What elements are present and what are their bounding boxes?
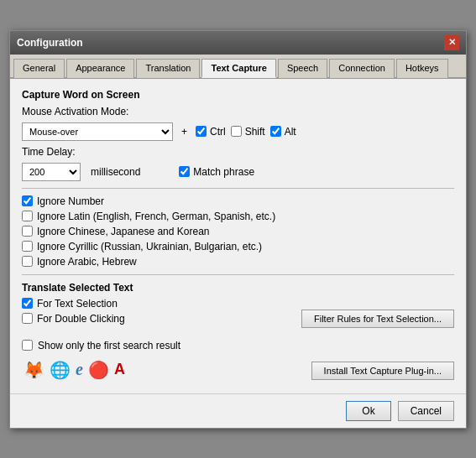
- for-text-selection-checkbox[interactable]: [22, 298, 33, 309]
- show-first-label: Show only the first search result: [38, 340, 180, 351]
- ok-button[interactable]: Ok: [346, 401, 390, 421]
- ignore-arabic-checkbox[interactable]: [22, 256, 33, 267]
- tab-speech[interactable]: Speech: [278, 59, 327, 78]
- tab-hotkeys[interactable]: Hotkeys: [396, 59, 448, 78]
- mouse-mode-row: Mouse Activation Mode:: [22, 106, 454, 117]
- tab-translation[interactable]: Translation: [136, 59, 200, 78]
- install-plugin-button[interactable]: Install Text Capture Plug-in...: [311, 362, 454, 380]
- alt-checkbox[interactable]: [270, 126, 281, 137]
- ignore-arabic-label: Ignore Arabic, Hebrew: [37, 256, 137, 268]
- tab-connection[interactable]: Connection: [329, 59, 395, 78]
- tab-general[interactable]: General: [13, 59, 65, 78]
- cancel-button[interactable]: Cancel: [398, 401, 454, 421]
- ctrl-group: Ctrl: [196, 126, 226, 138]
- translate-right: Filter Rules for Text Selection...: [301, 282, 454, 328]
- show-first-checkbox[interactable]: [22, 340, 33, 351]
- ignore-chinese-row: Ignore Chinese, Japanese and Korean: [22, 226, 454, 237]
- time-delay-select-row: 200 100 300 500 millisecond Match phrase: [22, 163, 454, 181]
- ignore-cyrillic-checkbox[interactable]: [22, 241, 33, 252]
- ignore-checkboxes-group: Ignore Number Ignore Latin (English, Fre…: [22, 195, 454, 268]
- alt-label: Alt: [285, 126, 296, 138]
- ignore-arabic-row: Ignore Arabic, Hebrew: [22, 256, 454, 268]
- plus-sign: +: [181, 126, 187, 138]
- install-col: Install Text Capture Plug-in...: [311, 362, 454, 380]
- ignore-number-row: Ignore Number: [22, 195, 454, 207]
- filter-rules-button[interactable]: Filter Rules for Text Selection...: [301, 310, 454, 328]
- tab-content: Capture Word on Screen Mouse Activation …: [10, 79, 466, 390]
- ignore-chinese-label: Ignore Chinese, Japanese and Korean: [37, 226, 209, 237]
- alt-group: Alt: [270, 126, 296, 138]
- millisecond-label: millisecond: [91, 166, 140, 178]
- translate-section-title: Translate Selected Text: [22, 282, 293, 294]
- browser-icons-row: 🦊 🌐 e 🔴 A: [24, 360, 303, 380]
- ignore-cyrillic-row: Ignore Cyrillic (Russian, Ukrainian, Bul…: [22, 241, 454, 252]
- shift-label: Shift: [245, 126, 265, 138]
- match-phrase-label: Match phrase: [193, 166, 254, 178]
- configuration-window: Configuration ✕ General Appearance Trans…: [9, 30, 467, 429]
- ignore-chinese-checkbox[interactable]: [22, 226, 33, 237]
- footer-bar: Ok Cancel: [10, 393, 466, 428]
- firefox-icon: 🦊: [24, 360, 44, 380]
- mouse-mode-select[interactable]: Mouse-over Click Double-click: [22, 122, 173, 141]
- tab-appearance[interactable]: Appearance: [66, 59, 134, 78]
- tab-bar: General Appearance Translation Text Capt…: [10, 55, 466, 79]
- divider-1: [22, 188, 454, 189]
- shift-checkbox[interactable]: [231, 126, 242, 137]
- for-double-clicking-row: For Double Clicking: [22, 313, 293, 325]
- ignore-latin-row: Ignore Latin (English, French, German, S…: [22, 211, 454, 222]
- titlebar: Configuration ✕: [10, 31, 466, 55]
- ignore-number-label: Ignore Number: [37, 195, 104, 207]
- time-delay-select[interactable]: 200 100 300 500: [22, 163, 81, 181]
- bottom-section: Show only the first search result 🦊 🌐 e …: [22, 335, 454, 380]
- ignore-number-checkbox[interactable]: [22, 195, 33, 206]
- mouse-mode-label: Mouse Activation Mode:: [22, 106, 128, 117]
- acrobat-icon: A: [114, 361, 125, 378]
- ignore-cyrillic-label: Ignore Cyrillic (Russian, Ukrainian, Bul…: [37, 241, 262, 252]
- for-double-clicking-checkbox[interactable]: [22, 313, 33, 324]
- ctrl-label: Ctrl: [210, 126, 226, 138]
- window-title: Configuration: [17, 37, 83, 49]
- time-delay-row: Time Delay:: [22, 146, 454, 158]
- chrome-icon: 🌐: [50, 360, 71, 380]
- for-text-selection-row: For Text Selection: [22, 298, 293, 310]
- for-double-clicking-label: For Double Clicking: [37, 313, 125, 325]
- divider-2: [22, 274, 454, 275]
- show-first-col: Show only the first search result 🦊 🌐 e …: [22, 335, 303, 380]
- ctrl-checkbox[interactable]: [196, 126, 207, 137]
- opera-icon: 🔴: [88, 360, 109, 380]
- for-text-selection-label: For Text Selection: [37, 298, 118, 310]
- match-phrase-checkbox[interactable]: [179, 166, 190, 177]
- ignore-latin-checkbox[interactable]: [22, 211, 33, 221]
- ignore-latin-label: Ignore Latin (English, French, German, S…: [37, 211, 275, 222]
- mouse-mode-select-row: Mouse-over Click Double-click + Ctrl Shi…: [22, 122, 454, 141]
- time-delay-label: Time Delay:: [22, 146, 76, 158]
- match-phrase-group: Match phrase: [179, 166, 254, 178]
- translate-section: Translate Selected Text For Text Selecti…: [22, 282, 454, 328]
- capture-section-title: Capture Word on Screen: [22, 89, 454, 101]
- tab-text-capture[interactable]: Text Capture: [201, 59, 275, 78]
- ie-icon: e: [76, 360, 83, 379]
- show-first-row: Show only the first search result: [22, 340, 303, 351]
- shift-group: Shift: [231, 126, 265, 138]
- translate-left: Translate Selected Text For Text Selecti…: [22, 282, 293, 328]
- close-button[interactable]: ✕: [444, 35, 459, 50]
